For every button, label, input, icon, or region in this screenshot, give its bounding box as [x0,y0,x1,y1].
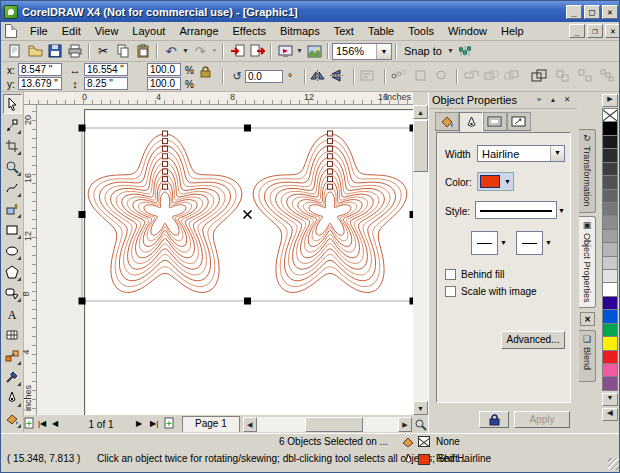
menu-view[interactable]: View [88,23,126,39]
color-swatch-fff200[interactable] [602,336,618,350]
palette-scroll-down-button[interactable]: ▼ [602,393,618,406]
docker-collapse-icon[interactable]: » [532,94,546,107]
blend-steps-icon[interactable] [391,69,407,84]
undo-button[interactable]: ↶ [161,42,181,60]
welcome-screen-button[interactable] [304,42,324,60]
copy-button[interactable] [113,42,133,60]
color-swatch-656565[interactable] [602,189,618,203]
previous-page-button[interactable]: ◀ [52,417,66,432]
mirror-vertical-button[interactable] [328,69,344,84]
color-swatch-ed1c24[interactable] [602,350,618,364]
horizontal-scroll-thumb[interactable] [305,417,363,432]
end-arrowhead-combo[interactable] [516,231,543,255]
scroll-right-button[interactable]: ▶ [398,417,412,432]
save-button[interactable] [45,42,65,60]
outline-width-combo[interactable]: Hairline ▼ [477,145,565,162]
menu-text[interactable]: Text [327,23,361,39]
outline-tool[interactable] [3,388,22,408]
navigator-zoom-button[interactable] [412,416,428,432]
lock-button[interactable] [479,411,509,428]
menu-edit[interactable]: Edit [55,23,88,39]
color-swatch-525252[interactable] [602,175,618,189]
zoom-level-input[interactable] [333,44,376,59]
redo-dropdown[interactable]: ▼ [210,42,219,60]
open-button[interactable] [25,42,45,60]
application-launcher-button[interactable] [275,42,295,60]
outline-style-combo[interactable] [475,201,557,219]
page-tab[interactable]: Page 1 [182,416,240,432]
close-button[interactable]: ✕ [602,5,618,19]
child-close-button[interactable]: ✕ [605,24,620,38]
pick-tool[interactable] [3,94,22,114]
add-page-button[interactable] [164,417,178,432]
table-tool[interactable] [3,325,22,345]
color-swatch-2d2d2d[interactable] [602,148,618,162]
x-position-input[interactable] [18,63,62,76]
maximize-button[interactable]: □ [584,5,600,19]
vertical-scroll-thumb[interactable] [413,120,428,172]
first-page-button[interactable]: |◀ [38,417,52,432]
tab-fill[interactable] [435,112,459,131]
color-swatch-b5b5b5[interactable] [602,242,618,256]
tab-object-properties[interactable]: ▣ Object Properties [579,216,596,308]
child-minimize-button[interactable]: _ [569,24,585,38]
snap-to-button[interactable]: Snap to [400,45,446,57]
fill-tool[interactable] [3,409,22,429]
color-swatch-000000[interactable] [602,121,618,135]
rotation-angle-input[interactable] [245,70,283,83]
add-page-button[interactable] [24,417,38,432]
horizontal-ruler[interactable]: inches 0481216 [24,92,413,105]
smart-fill-tool[interactable] [3,199,22,219]
minimize-button[interactable]: _ [566,5,582,19]
text-tool[interactable]: A [3,304,22,324]
paste-button[interactable] [133,42,153,60]
eyedropper-tool[interactable] [3,367,22,387]
redo-button[interactable]: ↷ [190,42,210,60]
scroll-down-button[interactable]: ▼ [413,401,428,415]
color-swatch-e2e2e2[interactable] [602,269,618,283]
menu-window[interactable]: Window [441,23,494,39]
new-document-button[interactable] [5,42,25,60]
color-swatch-00a651[interactable] [602,323,618,337]
object-width-input[interactable] [84,63,128,76]
scroll-left-button[interactable]: ◀ [243,417,257,432]
outline-width-dropdown[interactable]: ▼ [550,146,564,161]
outline-style-dropdown[interactable]: ▼ [558,207,565,214]
color-swatch-2b0096[interactable] [602,296,618,310]
tab-outline[interactable] [459,112,483,133]
tab-blend[interactable]: ❏ Blend [579,330,596,382]
scale-x-input[interactable] [147,63,181,76]
menu-file[interactable]: File [23,23,55,39]
export-button[interactable] [247,42,267,60]
scale-y-input[interactable] [147,77,181,90]
y-position-input[interactable] [18,77,62,90]
color-swatch-ffffff[interactable] [602,282,618,296]
resize-grip[interactable] [608,458,620,470]
zoom-tool[interactable] [3,157,22,177]
page[interactable] [84,109,413,415]
zoom-levels-dropdown[interactable]: ▼ [376,44,391,59]
menu-layout[interactable]: Layout [125,23,172,39]
polygon-tool[interactable] [3,262,22,282]
object-height-input[interactable] [84,77,128,90]
color-swatch-cacaca[interactable] [602,256,618,270]
color-swatch-1b1b1b[interactable] [602,135,618,149]
horizontal-scrollbar[interactable]: ◀ ▶ [243,417,412,432]
combine-button[interactable] [531,69,547,84]
menu-arrange[interactable]: Arrange [172,23,225,39]
color-swatch-a0a0a0[interactable] [602,229,618,243]
nonproportional-lock-icon[interactable] [197,66,213,81]
scale-with-image-checkbox[interactable] [445,286,456,297]
scroll-up-button[interactable]: ▲ [413,105,428,119]
last-page-button[interactable]: ▶| [150,417,164,432]
application-launcher-dropdown[interactable]: ▼ [295,42,304,60]
drawing-canvas[interactable] [37,105,413,415]
palette-expand-button[interactable]: ◀ [602,408,618,421]
import-button[interactable] [227,42,247,60]
palette-flyout-button[interactable]: ▶ [602,94,618,107]
interactive-blend-tool[interactable] [3,346,22,366]
outline-color-dropdown[interactable]: ▼ [502,173,513,190]
print-button[interactable] [65,42,85,60]
advanced-button[interactable]: Advanced... [501,331,565,349]
menu-help[interactable]: Help [494,23,531,39]
